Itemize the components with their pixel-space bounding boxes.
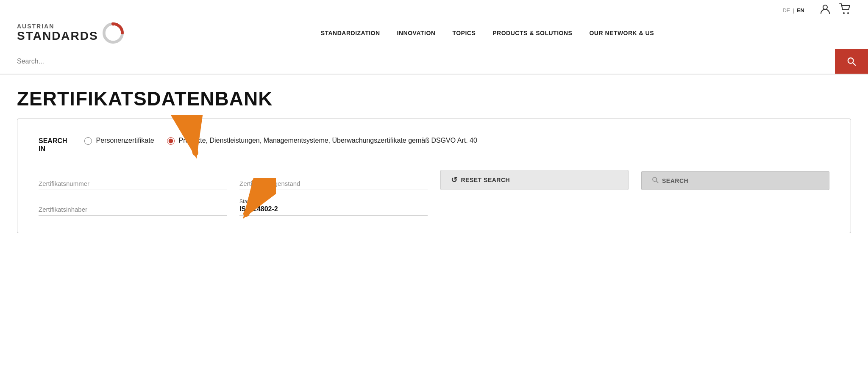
radio-produkte[interactable]	[167, 137, 175, 145]
search-icon	[652, 177, 659, 185]
standard-field: Standard ISO 24802-2	[239, 199, 428, 216]
svg-line-10	[656, 181, 658, 183]
zertifikatsinhaber-input[interactable]	[39, 202, 227, 216]
nav-standardization[interactable]: STANDARDIZATION	[321, 21, 380, 45]
lang-sep: |	[793, 7, 794, 14]
radio-option-2[interactable]: Produkte, Dienstleistungen, Managementsy…	[167, 136, 477, 145]
page-title-area: ZERTIFIKATSDATENBANK	[0, 75, 868, 119]
zertifikatsgegenstand-input[interactable]	[239, 177, 428, 190]
logo[interactable]: AUSTRIAN STANDARDS	[17, 22, 124, 44]
lang-de[interactable]: DE	[782, 7, 790, 14]
reset-button[interactable]: ↺ RESET SEARCH	[440, 170, 629, 190]
search-submit-button[interactable]	[835, 49, 868, 74]
lang-switcher: DE | EN	[782, 7, 804, 14]
main-nav: STANDARDIZATION INNOVATION TOPICS PRODUC…	[124, 21, 851, 45]
form-fields-grid: ↺ RESET SEARCH SEARCH Standard ISO 24802…	[39, 170, 829, 216]
svg-point-2	[847, 12, 849, 14]
cart-icon[interactable]	[839, 3, 851, 17]
zertifikatsinhaber-field	[39, 202, 227, 216]
svg-point-0	[823, 5, 827, 9]
search-form-card: SEARCH IN Personenzertifikate Produkte, …	[17, 119, 851, 233]
logo-standards: STANDARDS	[17, 30, 98, 43]
zertifikatsnummer-input[interactable]	[39, 177, 227, 190]
search-in-label: SEARCH IN	[39, 136, 67, 153]
standard-label: Standard	[239, 199, 428, 204]
radio-options: Personenzertifikate Produkte, Dienstleis…	[84, 136, 477, 145]
nav-products-solutions[interactable]: PRODUCTS & SOLUTIONS	[492, 21, 572, 45]
reset-icon: ↺	[451, 175, 458, 185]
search-in-row: SEARCH IN Personenzertifikate Produkte, …	[39, 136, 829, 153]
radio-option-1[interactable]: Personenzertifikate	[84, 136, 154, 145]
svg-line-6	[853, 63, 855, 65]
search-button[interactable]: SEARCH	[641, 171, 829, 190]
search-input[interactable]	[0, 50, 835, 73]
nav-innovation[interactable]: INNOVATION	[397, 21, 436, 45]
logo-icon	[103, 22, 124, 44]
lang-en[interactable]: EN	[797, 7, 804, 14]
radio-personenzertifikate[interactable]	[84, 137, 92, 145]
search-bar-row	[0, 49, 868, 75]
svg-point-1	[843, 12, 845, 14]
user-icon[interactable]	[820, 3, 831, 17]
nav-our-network[interactable]: OUR NETWORK & US	[589, 21, 654, 45]
logo-austrian: AUSTRIAN	[17, 23, 98, 30]
standard-value: ISO 24802-2	[239, 205, 428, 216]
zertifikatsgegenstand-field	[239, 177, 428, 190]
nav-topics[interactable]: TOPICS	[452, 21, 476, 45]
zertifikatsnummer-field	[39, 177, 227, 190]
page-title: ZERTIFIKATSDATENBANK	[17, 87, 851, 110]
